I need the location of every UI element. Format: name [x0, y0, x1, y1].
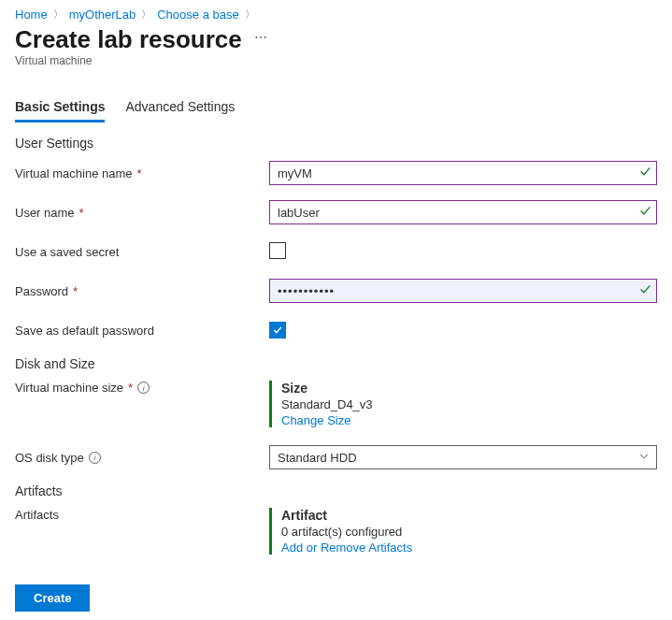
add-remove-artifacts-link[interactable]: Add or Remove Artifacts: [281, 541, 657, 555]
breadcrumb: Home 〉 myOtherLab 〉 Choose a base 〉: [15, 7, 657, 22]
page-subtitle: Virtual machine: [15, 54, 657, 67]
artifact-title: Artifact: [281, 508, 657, 523]
chevron-right-icon: 〉: [141, 7, 151, 22]
save-default-password-checkbox[interactable]: [269, 322, 286, 339]
user-name-input[interactable]: [269, 200, 657, 224]
chevron-right-icon: 〉: [245, 7, 255, 22]
vm-size-block: Size Standard_D4_v3 Change Size: [269, 381, 657, 427]
tab-advanced-settings[interactable]: Advanced Settings: [125, 95, 235, 123]
vm-name-input[interactable]: [269, 161, 657, 185]
tabs: Basic Settings Advanced Settings: [15, 95, 657, 123]
more-actions-icon[interactable]: ⋯: [254, 30, 267, 45]
saved-secret-checkbox[interactable]: [269, 242, 286, 259]
os-disk-select[interactable]: [269, 445, 657, 469]
create-button[interactable]: Create: [15, 584, 90, 612]
info-icon[interactable]: i: [89, 452, 101, 464]
page-title: Create lab resource: [15, 25, 242, 54]
check-icon: [639, 205, 651, 220]
label-artifacts: Artifacts: [15, 508, 269, 522]
breadcrumb-lab[interactable]: myOtherLab: [69, 7, 136, 22]
breadcrumb-choose-base[interactable]: Choose a base: [157, 7, 238, 22]
section-user-settings: User Settings: [15, 136, 657, 151]
artifact-block: Artifact 0 artifact(s) configured Add or…: [269, 508, 657, 555]
label-vm-name: Virtual machine name*: [15, 166, 269, 180]
label-os-disk-type: OS disk type i: [15, 451, 269, 465]
label-vm-size: Virtual machine size* i: [15, 381, 269, 395]
vm-size-title: Size: [281, 381, 657, 396]
change-size-link[interactable]: Change Size: [281, 413, 657, 427]
breadcrumb-home[interactable]: Home: [15, 7, 48, 22]
info-icon[interactable]: i: [137, 382, 150, 394]
check-icon: [639, 283, 651, 298]
chevron-right-icon: 〉: [53, 7, 64, 22]
label-user-name: User name*: [15, 206, 269, 220]
vm-size-value: Standard_D4_v3: [281, 397, 657, 411]
section-disk-size: Disk and Size: [15, 356, 657, 371]
artifact-count: 0 artifact(s) configured: [281, 525, 657, 539]
check-icon: [639, 166, 651, 180]
label-password: Password*: [15, 284, 269, 298]
section-artifacts: Artifacts: [15, 483, 657, 498]
password-input[interactable]: [269, 279, 657, 303]
tab-basic-settings[interactable]: Basic Settings: [15, 95, 105, 123]
label-save-default-password: Save as default password: [15, 324, 269, 338]
label-saved-secret: Use a saved secret: [15, 245, 269, 259]
